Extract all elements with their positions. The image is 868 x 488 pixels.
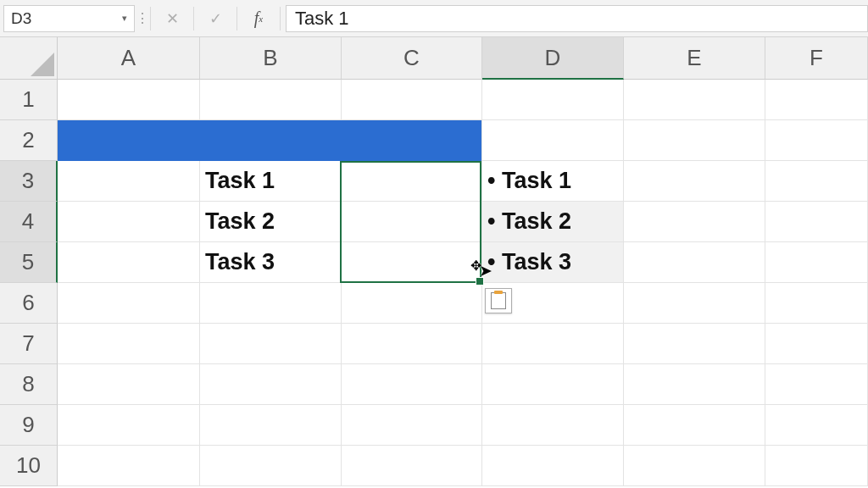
cell-E3[interactable]	[624, 161, 765, 202]
row-header-7[interactable]: 7	[0, 324, 58, 364]
cell-A5[interactable]	[58, 242, 200, 283]
grid-body: 1 2 3 4 5 6 7 8 9 10	[0, 80, 868, 486]
cell-F10[interactable]	[765, 446, 868, 486]
row-header-4[interactable]: 4	[0, 202, 58, 242]
name-box-value: D3	[11, 9, 31, 28]
cell-F9[interactable]	[765, 405, 868, 446]
formula-input[interactable]: Task 1	[286, 5, 868, 32]
cell-E10[interactable]	[624, 446, 765, 486]
cell-C1[interactable]	[342, 80, 482, 120]
insert-function-button[interactable]: fx	[237, 5, 280, 32]
cell-F8[interactable]	[765, 364, 868, 405]
table-row: Task 2 • Task 2	[58, 202, 868, 242]
cell-E1[interactable]	[624, 80, 765, 120]
cell-E5[interactable]	[624, 242, 765, 283]
cell-B9[interactable]	[200, 405, 342, 446]
cell-C3[interactable]	[342, 161, 482, 202]
cell-B1[interactable]	[200, 80, 342, 120]
cell-D3[interactable]: • Task 1	[482, 161, 624, 202]
cell-A7[interactable]	[58, 324, 200, 364]
column-headers: A B C D E F	[0, 37, 868, 80]
cell-C5[interactable]	[342, 242, 482, 283]
cell-B4[interactable]: Task 2	[200, 202, 342, 242]
cell-C6[interactable]	[342, 283, 482, 324]
table-row: Task 3 • Task 3	[58, 242, 868, 283]
cell-B6[interactable]	[200, 283, 342, 324]
spreadsheet-grid: A B C D E F 1 2 3 4 5 6 7 8 9 10	[0, 37, 868, 486]
cell-D9[interactable]	[482, 405, 624, 446]
col-header-A[interactable]: A	[58, 37, 200, 80]
cell-B3[interactable]: Task 1	[200, 161, 342, 202]
cell-A6[interactable]	[58, 283, 200, 324]
table-row	[58, 405, 868, 446]
cell-A10[interactable]	[58, 446, 200, 486]
cell-D2[interactable]	[482, 120, 624, 161]
cells-area[interactable]: Task 1 • Task 1 Task 2 • Task 2 Task 3	[58, 80, 868, 486]
cell-A8[interactable]	[58, 364, 200, 405]
paste-options-button[interactable]	[485, 288, 512, 313]
cell-E9[interactable]	[624, 405, 765, 446]
cell-E8[interactable]	[624, 364, 765, 405]
col-header-E[interactable]: E	[624, 37, 765, 80]
merged-header-cell[interactable]	[58, 120, 481, 161]
cell-D5[interactable]: • Task 3	[482, 242, 624, 283]
cell-A4[interactable]	[58, 202, 200, 242]
row-header-2[interactable]: 2	[0, 120, 58, 161]
cell-A1[interactable]	[58, 80, 200, 120]
row-header-9[interactable]: 9	[0, 405, 58, 446]
col-header-B[interactable]: B	[200, 37, 342, 80]
cell-E4[interactable]	[624, 202, 765, 242]
cell-D1[interactable]	[482, 80, 624, 120]
cell-F2[interactable]	[765, 120, 868, 161]
cell-F7[interactable]	[765, 324, 868, 364]
separator	[280, 7, 281, 30]
cell-D4[interactable]: • Task 2	[482, 202, 624, 242]
cell-C4[interactable]	[342, 202, 482, 242]
cell-D10[interactable]	[482, 446, 624, 486]
cancel-button[interactable]: ✕	[151, 5, 193, 32]
col-header-D[interactable]: D	[482, 37, 624, 80]
select-all-corner[interactable]	[0, 37, 58, 80]
enter-button[interactable]: ✓	[194, 5, 236, 32]
cell-D7[interactable]	[482, 324, 624, 364]
clipboard-icon	[491, 292, 506, 309]
formula-bar: D3 ▾ ⋮ ✕ ✓ fx Task 1	[0, 0, 868, 37]
row-header-8[interactable]: 8	[0, 364, 58, 405]
cell-B10[interactable]	[200, 446, 342, 486]
table-row	[58, 283, 868, 324]
cell-E6[interactable]	[624, 283, 765, 324]
cell-F4[interactable]	[765, 202, 868, 242]
table-row	[58, 446, 868, 486]
cell-B8[interactable]	[200, 364, 342, 405]
table-row	[58, 324, 868, 364]
row-header-10[interactable]: 10	[0, 446, 58, 486]
table-row	[58, 80, 868, 120]
row-headers: 1 2 3 4 5 6 7 8 9 10	[0, 80, 58, 486]
cell-F5[interactable]	[765, 242, 868, 283]
cell-E7[interactable]	[624, 324, 765, 364]
table-row: Task 1 • Task 1	[58, 161, 868, 202]
row-header-3[interactable]: 3	[0, 161, 58, 202]
formula-value: Task 1	[295, 8, 349, 30]
row-header-5[interactable]: 5	[0, 242, 58, 283]
row-header-1[interactable]: 1	[0, 80, 58, 120]
cell-F1[interactable]	[765, 80, 868, 120]
name-box[interactable]: D3 ▾	[3, 5, 135, 32]
cell-C8[interactable]	[342, 364, 482, 405]
row-header-6[interactable]: 6	[0, 283, 58, 324]
col-header-C[interactable]: C	[342, 37, 482, 80]
cell-F3[interactable]	[765, 161, 868, 202]
col-header-F[interactable]: F	[765, 37, 868, 80]
cell-F6[interactable]	[765, 283, 868, 324]
cell-D8[interactable]	[482, 364, 624, 405]
chevron-down-icon[interactable]: ▾	[122, 13, 127, 24]
cell-B7[interactable]	[200, 324, 342, 364]
cell-B5[interactable]: Task 3	[200, 242, 342, 283]
cell-C10[interactable]	[342, 446, 482, 486]
cell-C7[interactable]	[342, 324, 482, 364]
cell-E2[interactable]	[624, 120, 765, 161]
divider-dots-icon: ⋮	[135, 10, 150, 26]
cell-A3[interactable]	[58, 161, 200, 202]
cell-A9[interactable]	[58, 405, 200, 446]
cell-C9[interactable]	[342, 405, 482, 446]
